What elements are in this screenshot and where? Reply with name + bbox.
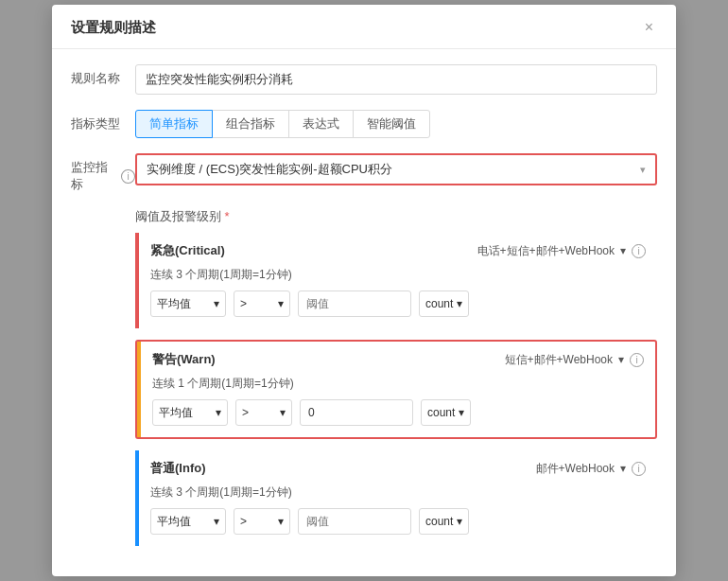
info-info-icon[interactable]: i — [632, 462, 646, 476]
info-notify: 邮件+WebHook ▾ i — [536, 461, 646, 477]
warn-threshold-input[interactable] — [300, 399, 413, 426]
critical-section: 紧急(Critical) 电话+短信+邮件+WebHook ▾ i 连续 3 个… — [135, 233, 657, 328]
info-unit-select[interactable]: count ▾ — [419, 508, 469, 535]
warn-title: 警告(Warn) — [152, 351, 216, 368]
warn-op-select[interactable]: > ▾ — [235, 399, 292, 426]
critical-header: 紧急(Critical) 电话+短信+邮件+WebHook ▾ i — [150, 242, 646, 259]
monitor-metric-select[interactable]: 实例维度 / (ECS)突发性能实例-超额CPU积分 ▾ — [135, 153, 657, 185]
info-notify-text: 邮件+WebHook — [536, 461, 615, 477]
info-unit-chevron: ▾ — [457, 515, 462, 528]
metric-type-tabs: 简单指标 组合指标 表达式 智能阈值 — [135, 110, 657, 138]
critical-op-select[interactable]: > ▾ — [234, 290, 290, 317]
critical-notify-dropdown[interactable]: ▾ — [620, 244, 626, 257]
critical-title: 紧急(Critical) — [150, 242, 225, 259]
warn-unit-chevron: ▾ — [459, 406, 464, 419]
critical-avg-select[interactable]: 平均值 ▾ — [150, 290, 226, 317]
warn-period: 连续 1 个周期(1周期=1分钟) — [152, 376, 644, 392]
warn-avg-select[interactable]: 平均值 ▾ — [152, 399, 228, 426]
info-title: 普通(Info) — [150, 460, 205, 477]
info-avg-chevron: ▾ — [214, 515, 219, 528]
threshold-sections-row: 紧急(Critical) 电话+短信+邮件+WebHook ▾ i 连续 3 个… — [71, 233, 657, 557]
tab-smart[interactable]: 智能阈值 — [353, 110, 430, 138]
rule-name-row: 规则名称 — [71, 64, 657, 95]
warn-section-wrapper: 警告(Warn) 短信+邮件+WebHook ▾ i 连续 1 个周期(1周期=… — [135, 340, 657, 439]
monitor-metric-label: 监控指标 i — [71, 153, 135, 193]
threshold-sections: 紧急(Critical) 电话+短信+邮件+WebHook ▾ i 连续 3 个… — [135, 233, 657, 557]
dialog: 设置规则描述 × 规则名称 指标类型 简单指标 组合指标 表达式 智能阈值 — [52, 5, 676, 576]
critical-notify-text: 电话+短信+邮件+WebHook — [477, 243, 615, 259]
critical-unit-chevron: ▾ — [457, 297, 462, 310]
critical-threshold-input[interactable] — [298, 290, 411, 317]
info-op-label: > — [240, 515, 247, 528]
tab-expression[interactable]: 表达式 — [288, 110, 354, 138]
critical-unit-label: count — [425, 297, 453, 310]
info-op-chevron: ▾ — [278, 515, 284, 528]
critical-op-label: > — [240, 297, 247, 310]
critical-op-chevron: ▾ — [278, 297, 284, 310]
monitor-metric-text: 实例维度 / (ECS)突发性能实例-超额CPU积分 — [147, 161, 392, 178]
warn-avg-label: 平均值 — [159, 405, 193, 421]
info-unit-label: count — [425, 515, 453, 528]
info-section: 普通(Info) 邮件+WebHook ▾ i 连续 3 个周期(1周期=1分钟… — [135, 450, 657, 546]
warn-notify-dropdown[interactable]: ▾ — [618, 353, 624, 366]
warn-unit-select[interactable]: count ▾ — [421, 399, 471, 426]
rule-name-input[interactable] — [135, 64, 657, 95]
info-avg-select[interactable]: 平均值 ▾ — [150, 508, 226, 535]
monitor-metric-row: 监控指标 i 实例维度 / (ECS)突发性能实例-超额CPU积分 ▾ — [71, 153, 657, 193]
info-header: 普通(Info) 邮件+WebHook ▾ i — [150, 460, 646, 477]
monitor-metric-info-icon[interactable]: i — [121, 169, 135, 184]
critical-notify-chevron: ▾ — [620, 244, 626, 257]
critical-unit-select[interactable]: count ▾ — [419, 290, 469, 317]
critical-info-icon[interactable]: i — [632, 244, 646, 258]
dialog-body: 规则名称 指标类型 简单指标 组合指标 表达式 智能阈值 监控指标 — [52, 49, 676, 576]
metric-type-row: 指标类型 简单指标 组合指标 表达式 智能阈值 — [71, 110, 657, 138]
info-notify-dropdown[interactable]: ▾ — [620, 462, 626, 475]
warn-section: 警告(Warn) 短信+邮件+WebHook ▾ i 连续 1 个周期(1周期=… — [137, 342, 655, 437]
dialog-title: 设置规则描述 — [71, 19, 156, 37]
warn-unit-label: count — [427, 406, 455, 419]
warn-info-icon[interactable]: i — [630, 353, 644, 367]
info-notify-chevron: ▾ — [620, 462, 626, 475]
warn-header: 警告(Warn) 短信+邮件+WebHook ▾ i — [152, 351, 644, 368]
tab-group-content: 简单指标 组合指标 表达式 智能阈值 — [135, 110, 657, 138]
rule-name-content — [135, 64, 657, 95]
info-period: 连续 3 个周期(1周期=1分钟) — [150, 484, 646, 501]
dialog-header: 设置规则描述 × — [52, 5, 676, 49]
info-avg-label: 平均值 — [157, 514, 191, 530]
tab-simple[interactable]: 简单指标 — [135, 110, 213, 138]
threshold-section-label: 阈值及报警级别 * — [135, 209, 230, 223]
warn-op-label: > — [242, 406, 249, 419]
rule-name-label: 规则名称 — [71, 64, 135, 87]
monitor-metric-content: 实例维度 / (ECS)突发性能实例-超额CPU积分 ▾ — [135, 153, 657, 185]
info-threshold-input[interactable] — [298, 508, 411, 535]
warn-notify-chevron: ▾ — [618, 353, 624, 366]
warn-op-chevron: ▾ — [280, 406, 286, 419]
close-button[interactable]: × — [641, 18, 657, 37]
critical-avg-label: 平均值 — [157, 296, 191, 312]
threshold-label-row: 阈值及报警级别 * — [71, 208, 657, 225]
info-op-select[interactable]: > ▾ — [234, 508, 290, 535]
tab-combine[interactable]: 组合指标 — [212, 110, 289, 138]
critical-conditions: 平均值 ▾ > ▾ count ▾ — [150, 290, 646, 317]
info-conditions: 平均值 ▾ > ▾ count ▾ — [150, 508, 646, 535]
monitor-metric-chevron: ▾ — [640, 164, 646, 176]
warn-conditions: 平均值 ▾ > ▾ count ▾ — [152, 399, 644, 426]
critical-avg-chevron: ▾ — [214, 297, 219, 310]
warn-notify: 短信+邮件+WebHook ▾ i — [505, 352, 645, 368]
warn-avg-chevron: ▾ — [216, 406, 221, 419]
metric-type-label: 指标类型 — [71, 110, 135, 132]
critical-period: 连续 3 个周期(1周期=1分钟) — [150, 267, 646, 283]
critical-notify: 电话+短信+邮件+WebHook ▾ i — [477, 243, 647, 259]
warn-notify-text: 短信+邮件+WebHook — [505, 352, 614, 368]
